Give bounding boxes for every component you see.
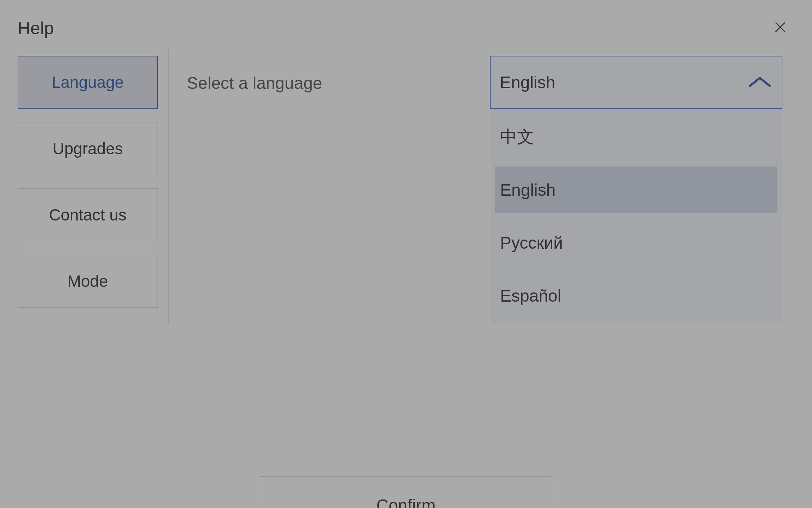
option-label: Español [500,286,561,306]
language-option-russian[interactable]: Русский [495,219,777,266]
sidebar: Language Upgrades Contact us Mode [18,49,169,324]
close-button[interactable] [773,18,794,39]
confirm-label: Confirm [376,496,436,508]
language-option-english[interactable]: English [495,167,777,213]
confirm-area: Confirm [260,476,552,508]
content-panel: Select a language English 中文 [169,49,794,324]
help-dialog: Help Language Upgrades Contact us Mode [0,0,812,508]
sidebar-item-label: Mode [67,272,108,291]
chevron-up-icon [747,75,773,89]
dialog-title: Help [18,18,54,38]
sidebar-item-label: Upgrades [53,139,123,158]
option-label: Русский [500,233,563,253]
language-select[interactable]: English [490,56,782,109]
sidebar-item-label: Language [52,73,124,92]
option-label: English [500,180,555,200]
sidebar-item-upgrades[interactable]: Upgrades [18,122,158,175]
language-option-chinese[interactable]: 中文 [495,114,777,160]
sidebar-item-language[interactable]: Language [18,56,158,109]
close-icon [773,19,787,38]
language-select-wrapper: English 中文 English [490,56,782,324]
select-value: English [500,73,555,92]
sidebar-item-label: Contact us [49,205,127,224]
language-row: Select a language English 中文 [187,56,794,324]
dialog-body: Language Upgrades Contact us Mode Select… [0,49,812,324]
language-option-spanish[interactable]: Español [495,272,777,319]
option-label: 中文 [500,126,534,148]
sidebar-item-contact-us[interactable]: Contact us [18,188,158,241]
confirm-button[interactable]: Confirm [260,476,552,508]
language-dropdown: 中文 English Русский Español [490,109,782,324]
dialog-header: Help [0,0,812,49]
select-language-label: Select a language [187,56,490,93]
sidebar-item-mode[interactable]: Mode [18,255,158,308]
